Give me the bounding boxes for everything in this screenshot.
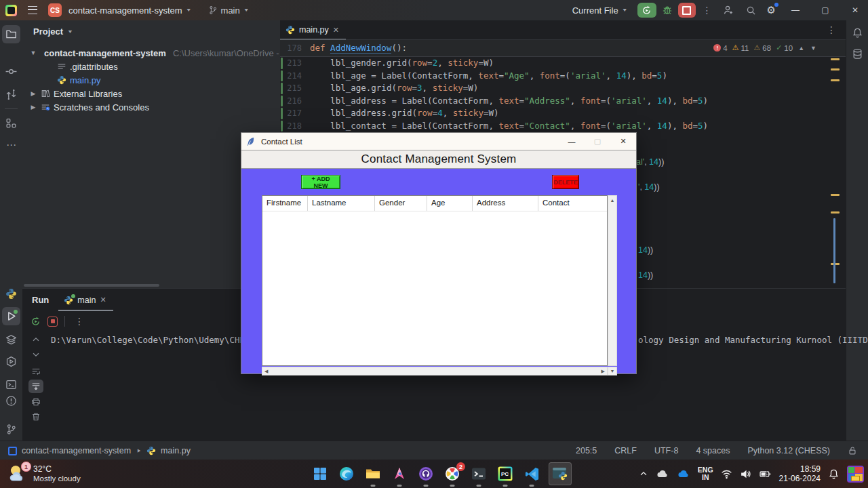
onedrive-blue-cloud-icon[interactable]: [677, 468, 690, 480]
next-problem-icon[interactable]: ▼: [810, 45, 817, 52]
contact-window-titlebar[interactable]: Contact List — ▢ ✕: [241, 133, 636, 150]
window-minimize-button[interactable]: —: [783, 0, 808, 20]
run-panel-title[interactable]: Run: [32, 295, 49, 305]
tk-close-button[interactable]: ✕: [610, 133, 636, 150]
more-actions-icon[interactable]: ⋮: [700, 5, 715, 16]
chevron-expanded-icon[interactable]: ▼: [29, 49, 37, 56]
python-console-icon[interactable]: [2, 285, 20, 303]
column-header-lastname[interactable]: Lastname: [308, 196, 375, 211]
tree-item-mainpy[interactable]: main.py: [22, 73, 280, 87]
run-configuration-selector[interactable]: Current File ▼: [572, 5, 628, 16]
status-breadcrumb-project[interactable]: contact-management-system: [22, 446, 131, 455]
interpreter[interactable]: Python 3.12 (CHESS): [747, 446, 830, 455]
tk-maximize-button[interactable]: ▢: [585, 133, 610, 150]
column-header-gender[interactable]: Gender: [375, 196, 427, 211]
rerun-button[interactable]: [637, 3, 656, 18]
chevron-collapsed-icon[interactable]: ▶: [29, 104, 37, 110]
commit-tool-icon[interactable]: [2, 62, 20, 81]
column-header-address[interactable]: Address: [473, 196, 538, 211]
tree-item-project-root[interactable]: ▼ contact-management-system C:\Users\kum…: [22, 46, 280, 60]
file-explorer-icon[interactable]: [363, 464, 382, 483]
window-close-button[interactable]: ✕: [842, 0, 868, 20]
tab-close-icon[interactable]: ✕: [100, 296, 106, 304]
start-button[interactable]: [311, 464, 330, 483]
editor-options-icon[interactable]: ⋮: [827, 24, 836, 35]
settings-gear-icon[interactable]: ⚙: [764, 4, 778, 16]
scroll-to-end-icon[interactable]: [28, 380, 43, 393]
design-app-icon[interactable]: [390, 464, 409, 483]
code-line[interactable]: 215 lbl_age.grid(row=3, sticky=W): [280, 82, 846, 95]
lock-icon[interactable]: [848, 446, 857, 455]
scroll-down-arrow-icon[interactable]: ▼: [608, 367, 617, 375]
structure-tool-icon[interactable]: [2, 114, 20, 132]
line-ending[interactable]: CRLF: [614, 446, 637, 455]
chevron-down-icon[interactable]: ▼: [67, 29, 73, 35]
version-control-tool-icon[interactable]: [2, 420, 20, 439]
column-header-age[interactable]: Age: [427, 196, 473, 211]
column-header-contact[interactable]: Contact: [538, 196, 607, 211]
battery-charging-icon[interactable]: [759, 468, 772, 480]
add-new-button[interactable]: + ADD NEW: [301, 175, 340, 189]
stop-console-icon[interactable]: [47, 317, 58, 327]
caret-position[interactable]: 205:5: [576, 446, 597, 455]
horizontal-scrollbar[interactable]: ◀ ▶: [262, 367, 608, 375]
tree-item-external-libraries[interactable]: ▶ External Libraries: [22, 87, 280, 100]
tree-item-gitattributes[interactable]: .gitattributes: [22, 60, 280, 73]
indent-setting[interactable]: 4 spaces: [696, 446, 730, 455]
tk-minimize-button[interactable]: —: [559, 133, 585, 150]
media-app-tray-icon[interactable]: [847, 466, 864, 483]
chevron-collapsed-icon[interactable]: ▶: [29, 90, 37, 97]
vcs-branch-selector[interactable]: main ▼: [208, 5, 250, 16]
print-icon[interactable]: [28, 395, 43, 409]
scroll-right-arrow-icon[interactable]: ▶: [601, 369, 605, 374]
editor-scrollbar-thumb[interactable]: [833, 218, 835, 283]
terminal-tool-icon[interactable]: [2, 375, 20, 394]
language-indicator[interactable]: ENG IN: [698, 466, 713, 481]
soft-wrap-icon[interactable]: [28, 365, 43, 378]
more-tools-icon[interactable]: ⋯: [2, 136, 20, 154]
code-with-me-icon[interactable]: [719, 5, 738, 16]
git-update-icon[interactable]: [2, 85, 20, 104]
scroll-up-arrow-icon[interactable]: ▲: [610, 198, 615, 365]
github-desktop-icon[interactable]: [416, 464, 435, 483]
tray-chevron-up-icon[interactable]: [639, 469, 648, 479]
code-line[interactable]: 216 lbl_address = Label(ContactForm, tex…: [280, 95, 846, 108]
clear-console-icon[interactable]: [28, 410, 43, 424]
scroll-down-icon[interactable]: [28, 348, 43, 361]
debug-button[interactable]: [660, 5, 674, 16]
column-header-firstname[interactable]: Firstname: [262, 196, 308, 211]
tray-notifications-bell-icon[interactable]: [828, 468, 840, 480]
code-line[interactable]: 214 lbl_age = Label(ContactForm, text="A…: [280, 70, 846, 83]
vscode-icon[interactable]: [522, 464, 541, 483]
scroll-up-icon[interactable]: [28, 333, 43, 346]
code-line[interactable]: 218 lbl_contact = Label(ContactForm, tex…: [280, 120, 846, 133]
rerun-console-icon[interactable]: [31, 317, 41, 327]
taskbar-weather-widget[interactable]: 1 32°C Mostly cloudy: [7, 464, 81, 484]
project-selector[interactable]: contact-management-system ▼: [68, 5, 192, 16]
project-panel-scrollbar[interactable]: [24, 284, 159, 287]
contacts-table[interactable]: FirstnameLastnameGenderAgeAddressContact: [262, 195, 608, 366]
file-encoding[interactable]: UTF-8: [654, 446, 678, 455]
terminal-app-icon[interactable]: [469, 464, 488, 483]
window-maximize-button[interactable]: ▢: [812, 0, 838, 20]
vertical-scrollbar[interactable]: ▲: [608, 195, 617, 366]
tree-item-scratches[interactable]: ▶ Scratches and Consoles: [22, 100, 280, 114]
pycharm-icon[interactable]: PC: [496, 464, 515, 483]
wifi-icon[interactable]: [721, 468, 732, 480]
prev-problem-icon[interactable]: ▲: [797, 45, 805, 52]
problems-tool-icon[interactable]: [2, 392, 20, 410]
volume-icon[interactable]: [740, 468, 751, 480]
delete-button[interactable]: DELETE: [552, 175, 579, 189]
notifications-bell-icon[interactable]: [848, 24, 867, 42]
edge-icon[interactable]: [337, 464, 356, 483]
run-tab-main[interactable]: main ✕: [64, 289, 106, 311]
search-everywhere-icon[interactable]: [742, 5, 760, 16]
services-tool-icon[interactable]: [2, 331, 20, 349]
inspections-widget[interactable]: ! 4 ⚠ 11 ⚠ 68 ✓ 10 ▲ ▼: [713, 40, 817, 56]
database-tool-icon[interactable]: [848, 45, 867, 63]
code-line[interactable]: 217 lbl_address.grid(row=4, sticky=W): [280, 107, 846, 120]
code-line[interactable]: 213 lbl_gender.grid(row=2, sticky=W): [280, 57, 846, 70]
main-menu-icon[interactable]: [28, 6, 37, 14]
stop-button[interactable]: [678, 3, 696, 18]
pinwheel-app-icon[interactable]: 2: [443, 464, 462, 483]
